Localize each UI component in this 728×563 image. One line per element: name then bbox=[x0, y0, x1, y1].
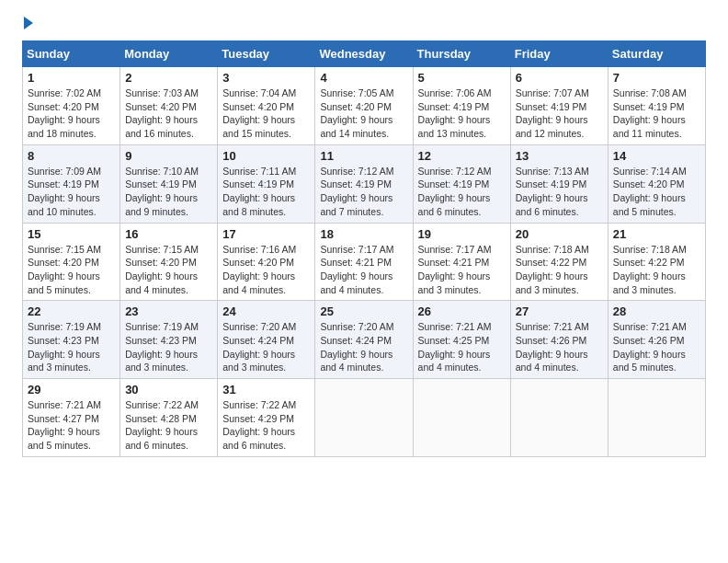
calendar-cell: 30Sunrise: 7:22 AMSunset: 4:28 PMDayligh… bbox=[120, 379, 218, 457]
day-number: 24 bbox=[222, 304, 310, 318]
day-info: Sunrise: 7:15 AMSunset: 4:20 PMDaylight:… bbox=[28, 243, 115, 297]
column-header-thursday: Thursday bbox=[413, 41, 510, 67]
day-number: 12 bbox=[418, 149, 506, 163]
calendar-cell: 7Sunrise: 7:08 AMSunset: 4:19 PMDaylight… bbox=[608, 67, 705, 145]
calendar-week-row: 8Sunrise: 7:09 AMSunset: 4:19 PMDaylight… bbox=[23, 144, 706, 223]
calendar-cell: 8Sunrise: 7:09 AMSunset: 4:19 PMDaylight… bbox=[23, 144, 120, 223]
day-number: 26 bbox=[418, 304, 506, 318]
logo-arrow-icon bbox=[24, 17, 33, 29]
column-header-friday: Friday bbox=[510, 41, 608, 67]
day-info: Sunrise: 7:18 AMSunset: 4:22 PMDaylight:… bbox=[613, 243, 700, 297]
day-info: Sunrise: 7:03 AMSunset: 4:20 PMDaylight:… bbox=[125, 86, 212, 141]
day-info: Sunrise: 7:21 AMSunset: 4:26 PMDaylight:… bbox=[613, 320, 700, 374]
calendar-cell: 11Sunrise: 7:12 AMSunset: 4:19 PMDayligh… bbox=[315, 144, 413, 223]
day-info: Sunrise: 7:21 AMSunset: 4:25 PMDaylight:… bbox=[418, 320, 506, 374]
day-number: 6 bbox=[516, 71, 603, 85]
day-info: Sunrise: 7:12 AMSunset: 4:19 PMDaylight:… bbox=[320, 165, 407, 219]
calendar-cell: 21Sunrise: 7:18 AMSunset: 4:22 PMDayligh… bbox=[608, 223, 705, 301]
column-header-sunday: Sunday bbox=[23, 41, 120, 67]
day-number: 9 bbox=[125, 149, 212, 163]
calendar-cell: 5Sunrise: 7:06 AMSunset: 4:19 PMDaylight… bbox=[413, 67, 510, 145]
day-info: Sunrise: 7:16 AMSunset: 4:20 PMDaylight:… bbox=[222, 243, 310, 297]
day-info: Sunrise: 7:10 AMSunset: 4:19 PMDaylight:… bbox=[125, 165, 212, 219]
day-info: Sunrise: 7:06 AMSunset: 4:19 PMDaylight:… bbox=[418, 86, 506, 141]
calendar-week-row: 15Sunrise: 7:15 AMSunset: 4:20 PMDayligh… bbox=[23, 223, 706, 301]
day-info: Sunrise: 7:21 AMSunset: 4:26 PMDaylight:… bbox=[516, 320, 603, 374]
day-info: Sunrise: 7:05 AMSunset: 4:20 PMDaylight:… bbox=[320, 86, 407, 141]
day-info: Sunrise: 7:12 AMSunset: 4:19 PMDaylight:… bbox=[418, 165, 506, 219]
day-info: Sunrise: 7:20 AMSunset: 4:24 PMDaylight:… bbox=[222, 320, 310, 374]
calendar-cell: 20Sunrise: 7:18 AMSunset: 4:22 PMDayligh… bbox=[510, 223, 608, 301]
calendar-cell: 2Sunrise: 7:03 AMSunset: 4:20 PMDaylight… bbox=[120, 67, 218, 145]
calendar-cell: 16Sunrise: 7:15 AMSunset: 4:20 PMDayligh… bbox=[120, 223, 218, 301]
day-number: 27 bbox=[516, 304, 603, 318]
calendar-week-row: 1Sunrise: 7:02 AMSunset: 4:20 PMDaylight… bbox=[23, 67, 706, 145]
day-number: 30 bbox=[125, 383, 212, 396]
day-info: Sunrise: 7:04 AMSunset: 4:20 PMDaylight:… bbox=[222, 86, 310, 141]
calendar-cell: 27Sunrise: 7:21 AMSunset: 4:26 PMDayligh… bbox=[510, 301, 608, 379]
calendar-cell bbox=[510, 379, 608, 457]
day-info: Sunrise: 7:21 AMSunset: 4:27 PMDaylight:… bbox=[28, 398, 115, 453]
calendar-cell: 17Sunrise: 7:16 AMSunset: 4:20 PMDayligh… bbox=[218, 223, 315, 301]
calendar-cell: 10Sunrise: 7:11 AMSunset: 4:19 PMDayligh… bbox=[218, 144, 315, 223]
day-info: Sunrise: 7:20 AMSunset: 4:24 PMDaylight:… bbox=[320, 320, 407, 374]
day-info: Sunrise: 7:15 AMSunset: 4:20 PMDaylight:… bbox=[125, 243, 212, 297]
day-number: 1 bbox=[28, 71, 115, 85]
column-header-wednesday: Wednesday bbox=[315, 41, 413, 67]
calendar-week-row: 29Sunrise: 7:21 AMSunset: 4:27 PMDayligh… bbox=[23, 379, 706, 457]
day-number: 3 bbox=[222, 71, 310, 85]
calendar-cell: 19Sunrise: 7:17 AMSunset: 4:21 PMDayligh… bbox=[413, 223, 510, 301]
calendar-cell: 6Sunrise: 7:07 AMSunset: 4:19 PMDaylight… bbox=[510, 67, 608, 145]
day-number: 17 bbox=[222, 227, 310, 241]
day-info: Sunrise: 7:02 AMSunset: 4:20 PMDaylight:… bbox=[28, 86, 115, 141]
calendar-week-row: 22Sunrise: 7:19 AMSunset: 4:23 PMDayligh… bbox=[23, 301, 706, 379]
day-number: 22 bbox=[28, 304, 115, 318]
day-number: 25 bbox=[320, 304, 407, 318]
logo bbox=[22, 18, 33, 29]
day-info: Sunrise: 7:19 AMSunset: 4:23 PMDaylight:… bbox=[125, 320, 212, 374]
calendar-cell: 4Sunrise: 7:05 AMSunset: 4:20 PMDaylight… bbox=[315, 67, 413, 145]
calendar-cell: 3Sunrise: 7:04 AMSunset: 4:20 PMDaylight… bbox=[218, 67, 315, 145]
day-number: 31 bbox=[222, 383, 310, 396]
calendar-cell: 13Sunrise: 7:13 AMSunset: 4:19 PMDayligh… bbox=[510, 144, 608, 223]
calendar-table: SundayMondayTuesdayWednesdayThursdayFrid… bbox=[22, 40, 706, 457]
day-info: Sunrise: 7:07 AMSunset: 4:19 PMDaylight:… bbox=[516, 86, 603, 141]
day-number: 15 bbox=[28, 227, 115, 241]
calendar-cell: 25Sunrise: 7:20 AMSunset: 4:24 PMDayligh… bbox=[315, 301, 413, 379]
day-number: 13 bbox=[516, 149, 603, 163]
calendar-cell bbox=[608, 379, 705, 457]
day-info: Sunrise: 7:11 AMSunset: 4:19 PMDaylight:… bbox=[222, 165, 310, 219]
day-info: Sunrise: 7:22 AMSunset: 4:29 PMDaylight:… bbox=[222, 398, 310, 453]
day-info: Sunrise: 7:18 AMSunset: 4:22 PMDaylight:… bbox=[516, 243, 603, 297]
calendar-header-row: SundayMondayTuesdayWednesdayThursdayFrid… bbox=[23, 41, 706, 67]
day-number: 16 bbox=[125, 227, 212, 241]
day-number: 8 bbox=[28, 149, 115, 163]
day-number: 14 bbox=[613, 149, 700, 163]
column-header-saturday: Saturday bbox=[608, 41, 705, 67]
calendar-cell: 23Sunrise: 7:19 AMSunset: 4:23 PMDayligh… bbox=[120, 301, 218, 379]
page-header bbox=[22, 18, 706, 29]
day-number: 19 bbox=[418, 227, 506, 241]
day-info: Sunrise: 7:22 AMSunset: 4:28 PMDaylight:… bbox=[125, 398, 212, 453]
day-number: 5 bbox=[418, 71, 506, 85]
calendar-cell: 15Sunrise: 7:15 AMSunset: 4:20 PMDayligh… bbox=[23, 223, 120, 301]
calendar-cell: 29Sunrise: 7:21 AMSunset: 4:27 PMDayligh… bbox=[23, 379, 120, 457]
calendar-cell: 1Sunrise: 7:02 AMSunset: 4:20 PMDaylight… bbox=[23, 67, 120, 145]
day-number: 23 bbox=[125, 304, 212, 318]
day-number: 4 bbox=[320, 71, 407, 85]
day-info: Sunrise: 7:19 AMSunset: 4:23 PMDaylight:… bbox=[28, 320, 115, 374]
day-info: Sunrise: 7:08 AMSunset: 4:19 PMDaylight:… bbox=[613, 86, 700, 141]
calendar-cell: 12Sunrise: 7:12 AMSunset: 4:19 PMDayligh… bbox=[413, 144, 510, 223]
day-number: 18 bbox=[320, 227, 407, 241]
day-number: 2 bbox=[125, 71, 212, 85]
column-header-monday: Monday bbox=[120, 41, 218, 67]
day-number: 10 bbox=[222, 149, 310, 163]
calendar-cell: 22Sunrise: 7:19 AMSunset: 4:23 PMDayligh… bbox=[23, 301, 120, 379]
calendar-cell: 31Sunrise: 7:22 AMSunset: 4:29 PMDayligh… bbox=[218, 379, 315, 457]
column-header-tuesday: Tuesday bbox=[218, 41, 315, 67]
day-info: Sunrise: 7:09 AMSunset: 4:19 PMDaylight:… bbox=[28, 165, 115, 219]
calendar-cell: 9Sunrise: 7:10 AMSunset: 4:19 PMDaylight… bbox=[120, 144, 218, 223]
calendar-cell: 24Sunrise: 7:20 AMSunset: 4:24 PMDayligh… bbox=[218, 301, 315, 379]
day-number: 20 bbox=[516, 227, 603, 241]
calendar-cell: 14Sunrise: 7:14 AMSunset: 4:20 PMDayligh… bbox=[608, 144, 705, 223]
